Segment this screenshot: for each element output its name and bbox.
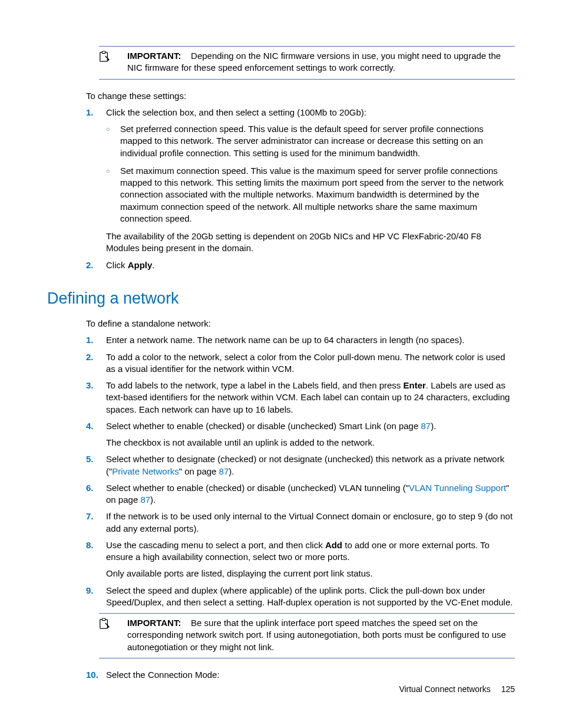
sub-item-text: Set preferred connection speed. This val… <box>120 123 515 159</box>
bullet-icon: ○ <box>106 165 120 177</box>
footer-section: Virtual Connect networks <box>399 684 490 694</box>
page-ref-link[interactable]: 87 <box>219 466 229 476</box>
page-ref-link[interactable]: 87 <box>140 495 150 505</box>
list-marker: 1. <box>86 107 106 118</box>
list-marker: 7. <box>86 510 106 522</box>
list-item-text: Click Apply. <box>106 259 515 271</box>
note-icon <box>99 50 127 62</box>
list-item-text: If the network is to be used only intern… <box>106 510 515 535</box>
list-item-text: The checkbox is not available until an u… <box>106 437 515 449</box>
intro-paragraph: To change these settings: <box>86 90 515 102</box>
list-marker: 10. <box>86 669 106 681</box>
list-tail-text: The availability of the 20Gb setting is … <box>106 230 515 255</box>
bullet-icon: ○ <box>106 123 120 135</box>
define-network-list-cont: 10. Select the Connection Mode: <box>86 669 515 681</box>
list-marker: 5. <box>86 453 106 465</box>
list-marker: 4. <box>86 420 106 432</box>
list-marker: 8. <box>86 539 106 551</box>
page-footer: Virtual Connect networks 125 <box>399 684 515 695</box>
list-item-text: To add a color to the network, select a … <box>106 351 515 375</box>
svg-rect-1 <box>102 51 105 54</box>
page-ref-link[interactable]: 87 <box>421 421 431 431</box>
topic-ref-link[interactable]: VLAN Tunneling Support <box>409 483 506 493</box>
list-marker: 9. <box>86 585 106 597</box>
important-callout: IMPORTANT: Depending on the NIC firmware… <box>99 46 515 80</box>
list-item-text: To add labels to the network, type a lab… <box>106 380 515 416</box>
section-heading: Defining a network <box>47 288 515 309</box>
list-marker: 1. <box>86 334 106 346</box>
sub-item-text: Set maximum connection speed. This value… <box>120 165 515 225</box>
footer-page-number: 125 <box>501 684 515 694</box>
important-label: IMPORTANT: <box>127 618 181 628</box>
page: IMPORTANT: Depending on the NIC firmware… <box>0 0 562 728</box>
list-item-text: Enter a network name. The network name c… <box>106 334 515 346</box>
intro-paragraph: To define a standalone network: <box>86 318 515 330</box>
list-item-text: Only available ports are listed, display… <box>106 568 515 579</box>
list-marker: 2. <box>86 351 106 363</box>
list-item-text: Use the cascading menu to select a port,… <box>106 539 515 564</box>
list-item-text: Select the Connection Mode: <box>106 669 515 681</box>
list-item-text: Click the selection box, and then select… <box>106 107 515 118</box>
svg-rect-3 <box>102 618 105 621</box>
list-marker: 2. <box>86 259 106 271</box>
list-marker: 6. <box>86 482 106 494</box>
important-callout: IMPORTANT: Be sure that the uplink inter… <box>99 613 515 658</box>
list-item-text: Select whether to designate (checked) or… <box>106 453 515 477</box>
list-item-text: Select the speed and duplex (where appli… <box>106 585 515 609</box>
note-icon <box>99 617 127 630</box>
sub-list: ○ Set preferred connection speed. This v… <box>106 123 515 225</box>
list-marker: 3. <box>86 380 106 391</box>
list-item-text: Select whether to enable (checked) or di… <box>106 420 515 432</box>
list-item-text: Select whether to enable (checked) or di… <box>106 482 515 506</box>
topic-ref-link[interactable]: Private Networks <box>112 466 178 476</box>
change-settings-list: 1. Click the selection box, and then sel… <box>86 107 515 271</box>
define-network-list: 1. Enter a network name. The network nam… <box>86 334 515 608</box>
important-label: IMPORTANT: <box>127 51 181 61</box>
